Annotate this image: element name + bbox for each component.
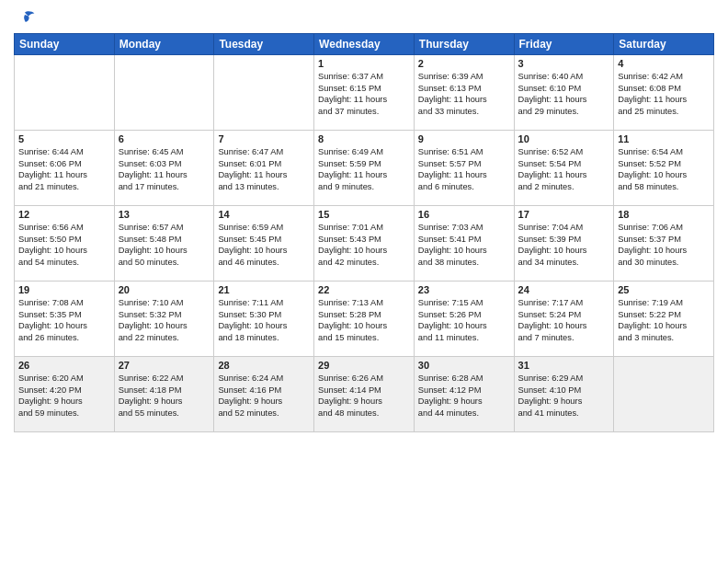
calendar-cell: 29Sunrise: 6:26 AM Sunset: 4:14 PM Dayli… (314, 357, 415, 432)
day-info: Sunrise: 6:20 AM Sunset: 4:20 PM Dayligh… (18, 373, 110, 419)
calendar-cell: 22Sunrise: 7:13 AM Sunset: 5:28 PM Dayli… (314, 282, 415, 357)
day-number: 25 (618, 284, 710, 295)
calendar-cell: 12Sunrise: 6:56 AM Sunset: 5:50 PM Dayli… (15, 206, 115, 282)
calendar-cell: 19Sunrise: 7:08 AM Sunset: 5:35 PM Dayli… (15, 282, 115, 357)
day-number: 3 (518, 58, 610, 69)
day-number: 11 (618, 133, 710, 144)
day-number: 28 (218, 360, 310, 371)
day-of-week-header: Saturday (614, 34, 714, 55)
day-number: 10 (518, 133, 610, 144)
day-number: 12 (18, 209, 110, 220)
calendar-page: SundayMondayTuesdayWednesdayThursdayFrid… (0, 0, 728, 563)
day-number: 5 (18, 133, 110, 144)
day-info: Sunrise: 7:13 AM Sunset: 5:28 PM Dayligh… (318, 297, 410, 343)
day-info: Sunrise: 6:57 AM Sunset: 5:48 PM Dayligh… (119, 222, 210, 268)
calendar-cell: 24Sunrise: 7:17 AM Sunset: 5:24 PM Dayli… (514, 282, 614, 357)
calendar-cell: 7Sunrise: 6:47 AM Sunset: 6:01 PM Daylig… (214, 131, 314, 206)
day-number: 27 (119, 360, 210, 371)
calendar-week-row: 5Sunrise: 6:44 AM Sunset: 6:06 PM Daylig… (15, 131, 714, 206)
day-info: Sunrise: 6:39 AM Sunset: 6:13 PM Dayligh… (418, 71, 510, 117)
day-number: 1 (318, 58, 410, 69)
day-number: 9 (418, 133, 510, 144)
calendar-week-row: 19Sunrise: 7:08 AM Sunset: 5:35 PM Dayli… (15, 282, 714, 357)
day-number: 18 (618, 209, 710, 220)
day-info: Sunrise: 7:11 AM Sunset: 5:30 PM Dayligh… (218, 297, 310, 343)
calendar-cell: 28Sunrise: 6:24 AM Sunset: 4:16 PM Dayli… (214, 357, 314, 432)
day-of-week-header: Tuesday (214, 34, 314, 55)
calendar-table: SundayMondayTuesdayWednesdayThursdayFrid… (14, 33, 714, 432)
day-number: 16 (418, 209, 510, 220)
calendar-cell: 6Sunrise: 6:45 AM Sunset: 6:03 PM Daylig… (114, 131, 214, 206)
calendar-cell: 11Sunrise: 6:54 AM Sunset: 5:52 PM Dayli… (614, 131, 714, 206)
calendar-cell (614, 357, 714, 432)
calendar-cell: 23Sunrise: 7:15 AM Sunset: 5:26 PM Dayli… (414, 282, 514, 357)
day-info: Sunrise: 7:17 AM Sunset: 5:24 PM Dayligh… (518, 297, 610, 343)
day-info: Sunrise: 6:37 AM Sunset: 6:15 PM Dayligh… (318, 71, 410, 117)
calendar-week-row: 12Sunrise: 6:56 AM Sunset: 5:50 PM Dayli… (15, 206, 714, 282)
day-info: Sunrise: 6:49 AM Sunset: 5:59 PM Dayligh… (318, 146, 410, 192)
day-number: 20 (119, 284, 210, 295)
calendar-cell: 25Sunrise: 7:19 AM Sunset: 5:22 PM Dayli… (614, 282, 714, 357)
day-of-week-header: Monday (114, 34, 214, 55)
day-number: 15 (318, 209, 410, 220)
day-info: Sunrise: 6:59 AM Sunset: 5:45 PM Dayligh… (218, 222, 310, 268)
day-info: Sunrise: 6:42 AM Sunset: 6:08 PM Dayligh… (618, 71, 710, 117)
calendar-cell: 31Sunrise: 6:29 AM Sunset: 4:10 PM Dayli… (514, 357, 614, 432)
calendar-cell: 9Sunrise: 6:51 AM Sunset: 5:57 PM Daylig… (414, 131, 514, 206)
day-info: Sunrise: 6:51 AM Sunset: 5:57 PM Dayligh… (418, 146, 510, 192)
day-info: Sunrise: 6:45 AM Sunset: 6:03 PM Dayligh… (119, 146, 210, 192)
day-number: 2 (418, 58, 510, 69)
day-number: 6 (119, 133, 210, 144)
day-number: 14 (218, 209, 310, 220)
calendar-cell: 10Sunrise: 6:52 AM Sunset: 5:54 PM Dayli… (514, 131, 614, 206)
day-number: 7 (218, 133, 310, 144)
calendar-cell (114, 55, 214, 131)
calendar-cell: 4Sunrise: 6:42 AM Sunset: 6:08 PM Daylig… (614, 55, 714, 131)
day-info: Sunrise: 7:08 AM Sunset: 5:35 PM Dayligh… (18, 297, 110, 343)
header (14, 9, 714, 28)
calendar-cell: 5Sunrise: 6:44 AM Sunset: 6:06 PM Daylig… (15, 131, 115, 206)
calendar-cell: 3Sunrise: 6:40 AM Sunset: 6:10 PM Daylig… (514, 55, 614, 131)
calendar-cell: 13Sunrise: 6:57 AM Sunset: 5:48 PM Dayli… (114, 206, 214, 282)
day-number: 24 (518, 284, 610, 295)
day-info: Sunrise: 7:19 AM Sunset: 5:22 PM Dayligh… (618, 297, 710, 343)
day-of-week-header: Wednesday (314, 34, 415, 55)
logo-icon (14, 9, 36, 28)
day-info: Sunrise: 6:24 AM Sunset: 4:16 PM Dayligh… (218, 373, 310, 419)
logo (14, 9, 40, 28)
calendar-week-row: 26Sunrise: 6:20 AM Sunset: 4:20 PM Dayli… (15, 357, 714, 432)
calendar-cell: 21Sunrise: 7:11 AM Sunset: 5:30 PM Dayli… (214, 282, 314, 357)
day-number: 30 (418, 360, 510, 371)
calendar-cell: 27Sunrise: 6:22 AM Sunset: 4:18 PM Dayli… (114, 357, 214, 432)
day-number: 13 (119, 209, 210, 220)
calendar-cell: 30Sunrise: 6:28 AM Sunset: 4:12 PM Dayli… (414, 357, 514, 432)
calendar-cell: 8Sunrise: 6:49 AM Sunset: 5:59 PM Daylig… (314, 131, 415, 206)
day-info: Sunrise: 6:40 AM Sunset: 6:10 PM Dayligh… (518, 71, 610, 117)
day-info: Sunrise: 7:06 AM Sunset: 5:37 PM Dayligh… (618, 222, 710, 268)
day-of-week-header: Sunday (15, 34, 115, 55)
calendar-cell: 15Sunrise: 7:01 AM Sunset: 5:43 PM Dayli… (314, 206, 415, 282)
day-info: Sunrise: 6:52 AM Sunset: 5:54 PM Dayligh… (518, 146, 610, 192)
day-info: Sunrise: 6:29 AM Sunset: 4:10 PM Dayligh… (518, 373, 610, 419)
calendar-cell: 2Sunrise: 6:39 AM Sunset: 6:13 PM Daylig… (414, 55, 514, 131)
day-of-week-header: Friday (514, 34, 614, 55)
day-info: Sunrise: 6:26 AM Sunset: 4:14 PM Dayligh… (318, 373, 410, 419)
calendar-week-row: 1Sunrise: 6:37 AM Sunset: 6:15 PM Daylig… (15, 55, 714, 131)
day-number: 8 (318, 133, 410, 144)
calendar-cell: 20Sunrise: 7:10 AM Sunset: 5:32 PM Dayli… (114, 282, 214, 357)
day-number: 31 (518, 360, 610, 371)
day-info: Sunrise: 6:54 AM Sunset: 5:52 PM Dayligh… (618, 146, 710, 192)
day-info: Sunrise: 7:15 AM Sunset: 5:26 PM Dayligh… (418, 297, 510, 343)
calendar-cell: 18Sunrise: 7:06 AM Sunset: 5:37 PM Dayli… (614, 206, 714, 282)
day-number: 23 (418, 284, 510, 295)
day-info: Sunrise: 7:03 AM Sunset: 5:41 PM Dayligh… (418, 222, 510, 268)
day-number: 4 (618, 58, 710, 69)
day-info: Sunrise: 7:01 AM Sunset: 5:43 PM Dayligh… (318, 222, 410, 268)
day-number: 26 (18, 360, 110, 371)
calendar-cell: 17Sunrise: 7:04 AM Sunset: 5:39 PM Dayli… (514, 206, 614, 282)
day-number: 22 (318, 284, 410, 295)
day-number: 17 (518, 209, 610, 220)
day-info: Sunrise: 7:10 AM Sunset: 5:32 PM Dayligh… (119, 297, 210, 343)
calendar-cell: 1Sunrise: 6:37 AM Sunset: 6:15 PM Daylig… (314, 55, 415, 131)
day-info: Sunrise: 6:47 AM Sunset: 6:01 PM Dayligh… (218, 146, 310, 192)
